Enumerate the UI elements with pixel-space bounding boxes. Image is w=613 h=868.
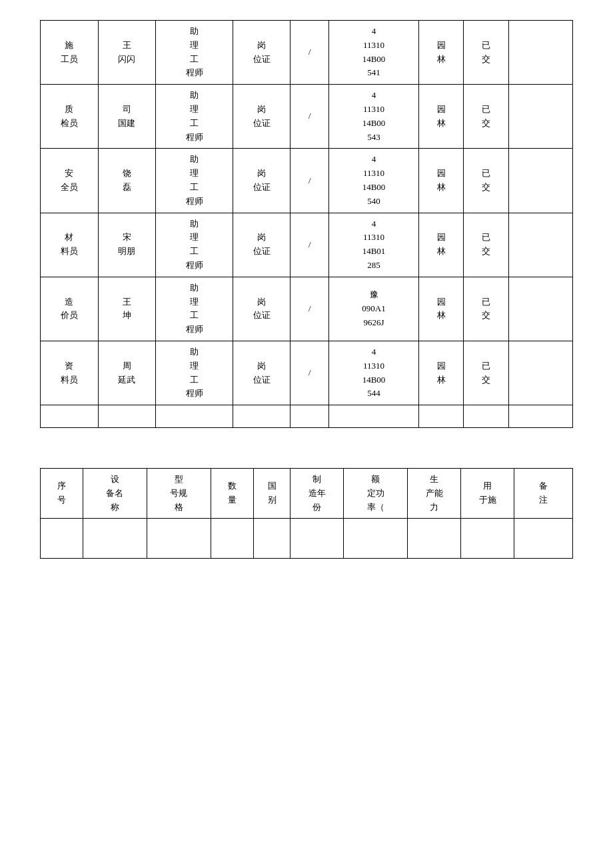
table-cell: 岗 位证 — [233, 149, 291, 213]
table-cell — [508, 213, 572, 277]
table-cell: 司 国建 — [98, 85, 156, 149]
table-cell: 已 交 — [464, 149, 508, 213]
table-cell: 4 11310 14B00 544 — [329, 341, 419, 405]
table-cell: 岗 位证 — [233, 213, 291, 277]
table-cell: / — [291, 341, 329, 405]
table-cell: 岗 位证 — [233, 85, 291, 149]
table-cell: 已 交 — [464, 213, 508, 277]
column-header: 生 产能 力 — [408, 468, 461, 518]
table-cell — [464, 405, 508, 428]
table-cell: / — [291, 213, 329, 277]
table-cell: 饶 磊 — [98, 149, 156, 213]
table-cell — [508, 21, 572, 85]
table-cell: 4 11310 14B00 541 — [329, 21, 419, 85]
table-cell: 已 交 — [464, 21, 508, 85]
table-cell: 助 理 工 程师 — [156, 85, 233, 149]
table-cell: 造 价员 — [41, 277, 99, 341]
table-cell: 园 林 — [418, 341, 463, 405]
table-cell: 岗 位证 — [233, 341, 291, 405]
table-cell: 已 交 — [464, 277, 508, 341]
table-cell: 4 11310 14B00 543 — [329, 85, 419, 149]
table-cell: 已 交 — [464, 85, 508, 149]
table-cell: 安 全员 — [41, 149, 99, 213]
table-cell — [291, 405, 329, 428]
personnel-table: 施 工员王 闪闪助 理 工 程师岗 位证/4 11310 14B00 541园 … — [40, 20, 573, 428]
table-cell: 周 延武 — [98, 341, 156, 405]
table-cell — [418, 405, 463, 428]
table-cell: 园 林 — [418, 21, 463, 85]
top-table-wrapper: 施 工员王 闪闪助 理 工 程师岗 位证/4 11310 14B00 541园 … — [40, 20, 573, 428]
table-cell: 园 林 — [418, 277, 463, 341]
table-cell: 豫 090A1 9626J — [329, 277, 419, 341]
table-cell: 已 交 — [464, 341, 508, 405]
table-cell: 王 闪闪 — [98, 21, 156, 85]
table-cell: 4 11310 14B00 540 — [329, 149, 419, 213]
equipment-table: 序 号设 备名 称型 号规 格数 量国 别制 造年 份额 定功 率（生 产能 力… — [40, 468, 573, 559]
table-cell: / — [291, 21, 329, 85]
table-cell: 园 林 — [418, 213, 463, 277]
table-cell: 4 11310 14B01 285 — [329, 213, 419, 277]
table-cell: 园 林 — [418, 85, 463, 149]
table-cell — [508, 341, 572, 405]
column-header: 数 量 — [211, 468, 253, 518]
table-cell — [508, 85, 572, 149]
column-header: 制 造年 份 — [291, 468, 344, 518]
table-cell: 材 料员 — [41, 213, 99, 277]
table-cell — [156, 405, 233, 428]
table-cell — [508, 405, 572, 428]
table-cell: / — [291, 277, 329, 341]
column-header: 序 号 — [41, 468, 83, 518]
table-cell: 施 工员 — [41, 21, 99, 85]
table-cell: 助 理 工 程师 — [156, 341, 233, 405]
column-header: 用 于施 — [461, 468, 514, 518]
table-cell: / — [291, 149, 329, 213]
table-cell — [329, 405, 419, 428]
table-cell — [508, 149, 572, 213]
table-cell: 助 理 工 程师 — [156, 277, 233, 341]
column-header: 备 注 — [514, 468, 573, 518]
table-cell — [233, 405, 291, 428]
table-cell: 质 检员 — [41, 85, 99, 149]
bottom-table-wrapper: 序 号设 备名 称型 号规 格数 量国 别制 造年 份额 定功 率（生 产能 力… — [40, 468, 573, 559]
table-cell: 助 理 工 程师 — [156, 149, 233, 213]
table-cell: 岗 位证 — [233, 21, 291, 85]
column-header: 国 别 — [253, 468, 291, 518]
table-cell — [98, 405, 156, 428]
table-cell — [508, 277, 572, 341]
table-cell: 助 理 工 程师 — [156, 21, 233, 85]
column-header: 设 备名 称 — [83, 468, 147, 518]
table-cell: / — [291, 85, 329, 149]
table-cell: 王 坤 — [98, 277, 156, 341]
table-cell: 助 理 工 程师 — [156, 213, 233, 277]
table-cell: 岗 位证 — [233, 277, 291, 341]
table-cell: 资 料员 — [41, 341, 99, 405]
equipment-empty-row — [41, 519, 573, 559]
table-cell — [41, 405, 99, 428]
column-header: 额 定功 率（ — [344, 468, 408, 518]
table-cell: 宋 明朋 — [98, 213, 156, 277]
table-cell: 园 林 — [418, 149, 463, 213]
column-header: 型 号规 格 — [147, 468, 211, 518]
